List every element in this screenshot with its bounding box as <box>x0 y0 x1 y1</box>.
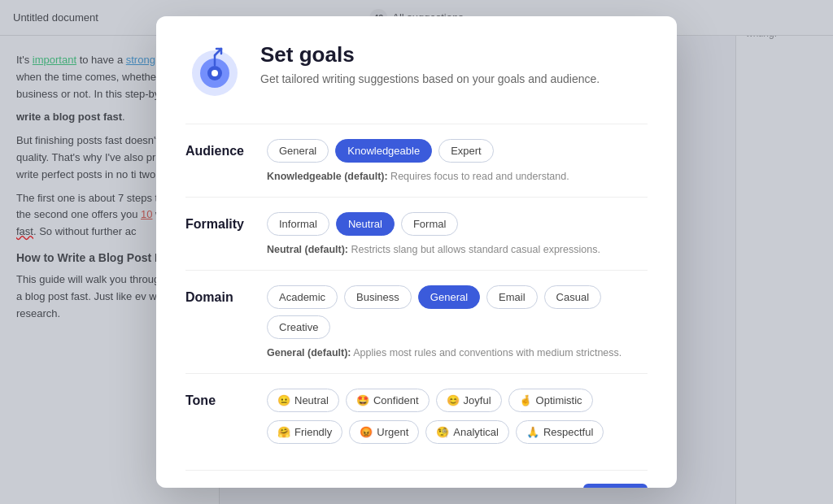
tone-btn-group: 😐 Neutral 🤩 Confident 😊 Joyful 🤞 Optimis… <box>267 389 648 412</box>
audience-expert-btn[interactable]: Expert <box>438 139 494 163</box>
done-button[interactable]: Done <box>583 484 648 488</box>
footer-right-actions: Reset to defaults Done <box>488 484 648 488</box>
tone-neutral-emoji: 😐 <box>277 394 290 406</box>
domain-section: Domain Academic Business General Email C… <box>185 270 648 373</box>
domain-general-btn[interactable]: General <box>418 285 480 309</box>
audience-general-btn[interactable]: General <box>267 139 329 163</box>
formality-neutral-btn[interactable]: Neutral <box>336 212 395 236</box>
svg-point-3 <box>212 70 218 76</box>
tone-respectful-btn[interactable]: 🙏 Respectful <box>516 420 604 444</box>
domain-btn-group: Academic Business General Email Casual C… <box>267 285 648 339</box>
domain-creative-btn[interactable]: Creative <box>267 315 330 339</box>
audience-knowledgeable-btn[interactable]: Knowledgeable <box>335 139 432 163</box>
tone-confident-emoji: 🤩 <box>356 394 369 406</box>
audience-section: Audience General Knowledgeable Expert Kn… <box>185 124 648 197</box>
domain-description: General (default): Applies most rules an… <box>267 347 648 358</box>
tone-content: 😐 Neutral 🤩 Confident 😊 Joyful 🤞 Optimis… <box>267 389 648 452</box>
modal-overlay: Set goals Get tailored writing suggestio… <box>0 0 833 504</box>
tone-analytical-btn[interactable]: 🧐 Analytical <box>425 420 509 444</box>
tone-label: Tone <box>185 389 267 408</box>
tone-section: Tone 😐 Neutral 🤩 Confident 😊 Joyful 🤞 Op… <box>185 373 648 467</box>
formality-informal-btn[interactable]: Informal <box>267 212 329 236</box>
formality-section: Formality Informal Neutral Formal Neutra… <box>185 197 648 270</box>
set-goals-modal: Set goals Get tailored writing suggestio… <box>156 16 677 488</box>
modal-footer: Show Set Goals when I start a new docume… <box>185 470 648 488</box>
modal-title-area: Set goals Get tailored writing suggestio… <box>260 42 600 85</box>
audience-content: General Knowledgeable Expert Knowledgeab… <box>267 139 648 182</box>
tone-joyful-btn[interactable]: 😊 Joyful <box>436 389 502 412</box>
formality-label: Formality <box>185 212 267 232</box>
domain-academic-btn[interactable]: Academic <box>267 285 338 309</box>
formality-content: Informal Neutral Formal Neutral (default… <box>267 212 648 255</box>
tone-friendly-emoji: 🤗 <box>277 426 290 438</box>
domain-email-btn[interactable]: Email <box>486 285 538 309</box>
tone-friendly-btn[interactable]: 🤗 Friendly <box>267 420 342 444</box>
modal-title: Set goals <box>260 42 600 67</box>
formality-btn-group: Informal Neutral Formal <box>267 212 648 236</box>
tone-confident-btn[interactable]: 🤩 Confident <box>346 389 430 412</box>
tone-urgent-btn[interactable]: 😡 Urgent <box>349 420 419 444</box>
tone-neutral-btn[interactable]: 😐 Neutral <box>267 389 339 412</box>
formality-formal-btn[interactable]: Formal <box>401 212 458 236</box>
formality-description: Neutral (default): Restricts slang but a… <box>267 244 648 255</box>
audience-label: Audience <box>185 139 267 159</box>
modal-subtitle: Get tailored writing suggestions based o… <box>260 72 600 85</box>
domain-label: Domain <box>185 285 267 305</box>
tone-optimistic-emoji: 🤞 <box>519 394 532 406</box>
tone-respectful-emoji: 🙏 <box>526 426 539 438</box>
domain-casual-btn[interactable]: Casual <box>544 285 601 309</box>
tone-btn-group-2: 🤗 Friendly 😡 Urgent 🧐 Analytical 🙏 Respe… <box>267 420 648 444</box>
tone-joyful-emoji: 😊 <box>447 394 460 406</box>
audience-description: Knowledgeable (default): Requires focus … <box>267 171 648 182</box>
audience-btn-group: General Knowledgeable Expert <box>267 139 648 163</box>
domain-content: Academic Business General Email Casual C… <box>267 285 648 358</box>
modal-header: Set goals Get tailored writing suggestio… <box>185 42 648 101</box>
tone-analytical-emoji: 🧐 <box>436 426 449 438</box>
tone-optimistic-btn[interactable]: 🤞 Optimistic <box>508 389 593 412</box>
domain-business-btn[interactable]: Business <box>344 285 412 309</box>
target-icon <box>185 42 244 101</box>
tone-urgent-emoji: 😡 <box>360 426 373 438</box>
